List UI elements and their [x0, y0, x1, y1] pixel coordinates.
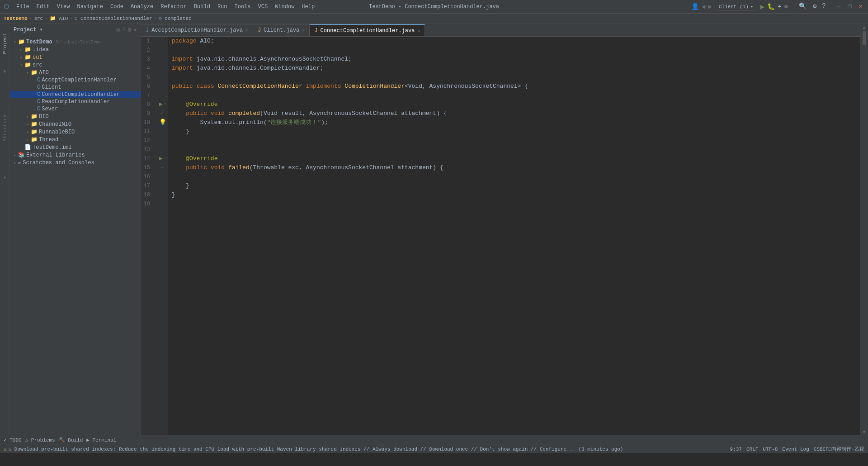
settings-icon[interactable]: ⚙ — [813, 2, 816, 11]
client-tab-close[interactable]: ✕ — [302, 28, 305, 33]
tree-item-accept[interactable]: C AcceptCompletionHandler — [10, 76, 141, 84]
tree-item-read[interactable]: C ReadCompletionHandler — [10, 98, 141, 105]
tree-item-extlibs[interactable]: ▸ 📚 External Libraries — [10, 151, 141, 159]
menu-navigate[interactable]: Navigate — [74, 3, 106, 11]
tree-item-connect[interactable]: C ConnectCompletionHandler — [10, 91, 141, 98]
menu-bar: File Edit View Navigate Code Analyze Ref… — [14, 3, 317, 11]
bottom-tabs: ✓ TODO ⚠ Problems 🔨 Build ▶ Terminal — [0, 435, 868, 445]
profile-icon[interactable]: 👤 — [691, 3, 699, 10]
window-title: TestDemo - ConnectCompletionHandler.java — [369, 4, 499, 10]
menu-run[interactable]: Run — [215, 3, 230, 11]
tab-accept[interactable]: J AcceptCompletionHandler.java ✕ — [141, 24, 253, 36]
menu-window[interactable]: Window — [272, 3, 297, 11]
menu-edit[interactable]: Edit — [34, 3, 52, 11]
main-area: Project ★ Structure ★ Project ▾ ◎ ≡ ⚙ ✕ — [0, 24, 868, 435]
scrollbar-up[interactable]: ▲ — [863, 25, 865, 30]
menu-code[interactable]: Code — [108, 3, 126, 11]
event-log[interactable]: Event Log — [782, 447, 809, 452]
project-header: Project ▾ ◎ ≡ ⚙ ✕ — [10, 24, 141, 36]
menu-view[interactable]: View — [54, 3, 73, 11]
breadcrumb-project[interactable]: TestDemo — [4, 16, 28, 21]
tree-item-sever[interactable]: C Sever — [10, 105, 141, 113]
right-sidebar: ▲ ▼ — [860, 24, 868, 435]
search-icon[interactable]: 🔍 — [799, 2, 807, 11]
tab-connect[interactable]: J ConnectCompletionHandler.java ✕ — [310, 24, 425, 36]
tree-expand-testdemo[interactable]: ▾ — [12, 39, 18, 45]
stop-button[interactable]: ■ — [784, 3, 788, 10]
code-line: } — [172, 127, 860, 136]
code-line — [172, 73, 860, 82]
menu-tools[interactable]: Tools — [232, 3, 254, 11]
out-folder-icon: 📁 — [24, 54, 31, 61]
tree-item-thread[interactable]: ▸ 📁 Thread — [10, 136, 141, 143]
status-right: 9:37 CRLF UTF-8 Event Log CSBCF□内容制作·乙视 — [730, 446, 864, 452]
structure-tab-vertical[interactable]: Structure — [1, 113, 9, 143]
tree-item-aio[interactable]: ▾ 📁 AIO — [10, 69, 141, 76]
window-controls: 👤 ◀ ▶ Client (1) ▾ ▶ 🐛 ☂ ■ 🔍 ⚙ ? — ❐ ✕ — [691, 2, 864, 11]
menu-help[interactable]: Help — [299, 3, 317, 11]
code-line — [172, 46, 860, 55]
tree-item-testdemo[interactable]: ▾ 📁 TestDemo D:\ideal\TestDemo — [10, 38, 141, 46]
sever-class-icon: C — [37, 106, 40, 112]
accept-tab-close[interactable]: ✕ — [245, 28, 248, 33]
close-button[interactable]: ✕ — [857, 2, 864, 11]
read-class-icon: C — [37, 99, 40, 105]
code-line — [172, 91, 860, 100]
aio-folder-icon: 📁 — [31, 69, 38, 76]
tree-item-iml[interactable]: 📄 TestDemo.iml — [10, 143, 141, 151]
forward-button[interactable]: ▶ — [708, 3, 712, 10]
titlebar: ⬡ File Edit View Navigate Code Analyze R… — [0, 0, 868, 14]
project-collapse-icon[interactable]: ≡ — [122, 26, 126, 33]
status-charset[interactable]: UTF-8 — [763, 447, 778, 452]
tree-item-idea[interactable]: ▸ 📁 .idea — [10, 46, 141, 53]
code-area[interactable]: package AIO; import java.nio.channels.As… — [168, 37, 860, 435]
back-button[interactable]: ◀ — [702, 3, 705, 10]
tab-client[interactable]: J Client.java ✕ — [253, 24, 310, 36]
coverage-button[interactable]: ☂ — [778, 3, 781, 10]
run-button[interactable]: ▶ — [760, 2, 764, 11]
menu-file[interactable]: File — [14, 3, 32, 11]
menu-build[interactable]: Build — [191, 3, 213, 11]
code-line: import java.nio.channels.CompletionHandl… — [172, 64, 860, 73]
project-locate-icon[interactable]: ◎ — [116, 26, 120, 33]
project-tab-vertical[interactable]: Project — [1, 31, 9, 56]
client-tab-icon: J — [258, 27, 261, 33]
titlebar-left: ⬡ File Edit View Navigate Code Analyze R… — [4, 3, 317, 11]
tree-item-channelnio[interactable]: ▸ 📁 ChannelNIO — [10, 120, 141, 128]
breadcrumb: TestDemo › src › 📁 AIO › C ConnectComple… — [0, 14, 868, 24]
todo-tab[interactable]: ✓ TODO — [4, 437, 22, 443]
project-close-icon[interactable]: ✕ — [133, 26, 137, 33]
tree-expand-idea[interactable]: ▸ — [18, 47, 24, 52]
tree-item-runnablebio[interactable]: ▸ 📁 RunnableBIO — [10, 128, 141, 136]
connect-tab-icon: J — [314, 28, 317, 34]
breadcrumb-class[interactable]: C ConnectCompletionHandler — [75, 16, 152, 21]
tree-item-out[interactable]: ▸ 📁 out — [10, 53, 141, 61]
debug-button[interactable]: 🐛 — [767, 3, 775, 10]
bookmark-icon: ★ — [3, 67, 6, 75]
tree-item-client[interactable]: C Client — [10, 84, 141, 91]
menu-analyze[interactable]: Analyze — [128, 3, 156, 11]
scrollbar-down[interactable]: ▼ — [863, 430, 865, 435]
tree-item-src[interactable]: ▾ 📁 src — [10, 61, 141, 69]
help-icon[interactable]: ? — [822, 2, 826, 11]
project-settings-icon[interactable]: ⚙ — [127, 26, 131, 33]
tree-item-bio[interactable]: ▸ 📁 BIO — [10, 113, 141, 120]
menu-vcs[interactable]: VCS — [255, 3, 271, 11]
run-config-selector[interactable]: Client (1) ▾ — [715, 3, 758, 10]
menu-refactor[interactable]: Refactor — [158, 3, 189, 11]
problems-tab[interactable]: ⚠ Problems — [25, 437, 55, 443]
status-crlf[interactable]: CRLF — [746, 447, 758, 452]
breadcrumb-method[interactable]: m completed — [159, 16, 192, 21]
tree-item-scratches[interactable]: ▸ ✏ Scratches and Consoles — [10, 159, 141, 166]
code-editor[interactable]: 12345678910111213141516171819 ▶⌐⌐💡▶⌐⌐ pa… — [141, 37, 860, 435]
breadcrumb-aio[interactable]: 📁 AIO — [50, 15, 68, 21]
code-line: import java.nio.channels.AsynchronousSoc… — [172, 55, 860, 64]
breadcrumb-src[interactable]: src — [34, 16, 43, 21]
terminal-tab[interactable]: ▶ Terminal — [86, 437, 116, 443]
code-line: @Override — [172, 154, 860, 163]
minimize-button[interactable]: — — [835, 2, 842, 11]
maximize-button[interactable]: ❐ — [846, 2, 853, 11]
build-tab[interactable]: 🔨 Build — [59, 437, 83, 443]
code-line: } — [172, 181, 860, 190]
connect-tab-close[interactable]: ✕ — [417, 28, 420, 33]
